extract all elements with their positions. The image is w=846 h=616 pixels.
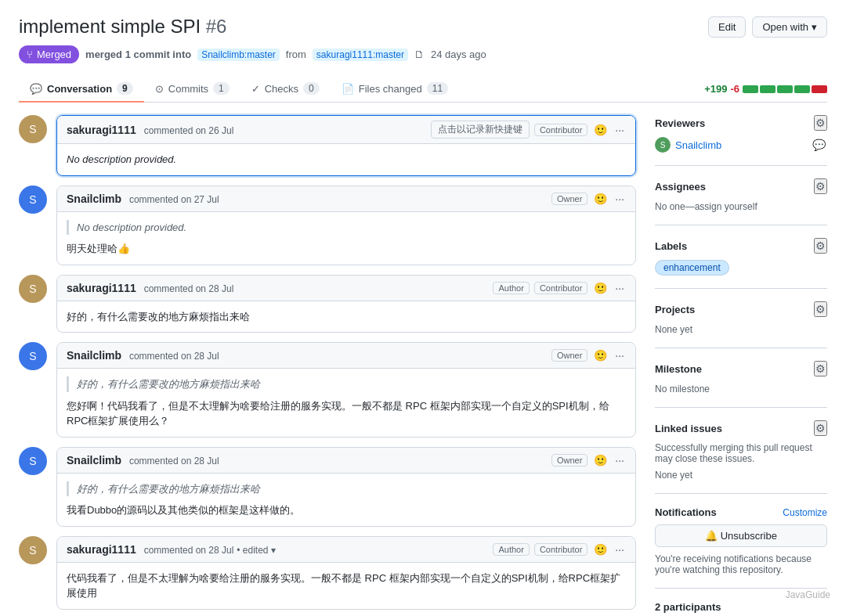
more-btn-5[interactable]: ···: [613, 452, 626, 468]
merge-description: merged 1 commit into: [85, 49, 191, 60]
comment-2-header: Snailclimb commented on 27 Jul Owner 🙂 ·…: [57, 186, 635, 212]
tab-checks[interactable]: ✓ Checks 0: [240, 76, 331, 103]
base-branch-link[interactable]: Snailclimb:master: [197, 49, 280, 61]
diff-blocks: [743, 85, 827, 93]
unsubscribe-btn[interactable]: 🔔 Unsubscribe: [655, 524, 827, 547]
zh-shortcut-btn[interactable]: 点击以记录新快捷键: [431, 121, 530, 139]
reviewers-header: Reviewers ⚙: [655, 115, 827, 131]
merged-label: Merged: [37, 49, 71, 60]
comment-1-header: sakuragi1111 commented on 26 Jul 点击以记录新快…: [57, 116, 635, 144]
diff-stat: +199 -6: [704, 83, 827, 95]
main-content: S sakuragi1111 commented on 26 Jul 点击以记录…: [19, 115, 827, 616]
tab-files-changed[interactable]: 📄 Files changed 11: [331, 76, 459, 103]
comment-4-body: 好的，有什么需要改的地方麻烦指出来哈 您好啊！代码我看了，但是不太理解为啥要给注…: [57, 369, 635, 437]
comment-5-header: Snailclimb commented on 28 Jul Owner 🙂 ·…: [57, 448, 635, 474]
more-btn-2[interactable]: ···: [613, 191, 626, 207]
comment-2-body: No description provided. 明天处理哈👍: [57, 212, 635, 265]
watermark: JavaGuide: [786, 589, 830, 600]
owner-badge-4: Owner: [551, 349, 588, 362]
comment-5-meta: Snailclimb commented on 28 Jul: [67, 454, 219, 467]
sidebar-reviewers: Reviewers ⚙ S Snailclimb 💬: [655, 115, 827, 166]
comment-1-wrapper: S sakuragi1111 commented on 26 Jul 点击以记录…: [19, 115, 636, 176]
contributor-badge-6: Contributor: [534, 543, 588, 556]
comment-1-date: commented on 26 Jul: [144, 125, 234, 136]
comment-5-badges: Owner 🙂 ···: [551, 452, 626, 468]
sidebar-labels: Labels ⚙ enhancement: [655, 238, 827, 289]
labels-gear-btn[interactable]: ⚙: [814, 238, 827, 254]
assignees-title: Assignees: [655, 181, 706, 193]
notification-reason-text: You're receiving notifications because y…: [655, 553, 827, 575]
comment-3-avatar: S: [19, 275, 47, 303]
notifications-title: Notifications: [655, 506, 717, 518]
tab-conversation[interactable]: 💬 Conversation 9: [19, 76, 144, 103]
sidebar-participants: 2 participants S S: [655, 601, 827, 616]
comment-5-box: Snailclimb commented on 28 Jul Owner 🙂 ·…: [56, 447, 636, 527]
reviewers-gear-btn[interactable]: ⚙: [814, 115, 827, 131]
comment-6-wrapper: S sakuragi1111 commented on 28 Jul • edi…: [19, 536, 636, 610]
comment-3-author: sakuragi1111: [67, 282, 136, 294]
tab-commits[interactable]: ⊙ Commits 1: [144, 76, 240, 103]
milestone-gear-btn[interactable]: ⚙: [814, 361, 827, 376]
reviewers-title: Reviewers: [655, 117, 705, 129]
comment-5-author: Snailclimb: [67, 454, 121, 467]
comment-2-box: Snailclimb commented on 27 Jul Owner 🙂 ·…: [56, 186, 636, 265]
projects-header: Projects ⚙: [655, 301, 827, 317]
head-branch-link[interactable]: sakuragi1111:master: [313, 49, 408, 61]
owner-badge-5: Owner: [551, 454, 588, 467]
emoji-btn-6[interactable]: 🙂: [592, 542, 609, 557]
merge-icon: ⑂: [27, 49, 33, 60]
comment-2-text: 明天处理哈👍: [67, 241, 626, 257]
comment-6-badges: Author Contributor 🙂 ···: [493, 542, 626, 557]
emoji-btn-4[interactable]: 🙂: [592, 348, 609, 363]
comment-1-box: sakuragi1111 commented on 26 Jul 点击以记录新快…: [56, 115, 636, 176]
chevron-down-icon: ▾: [812, 21, 817, 33]
contributor-badge-3: Contributor: [534, 282, 588, 294]
emoji-reaction-btn[interactable]: 🙂: [592, 122, 609, 138]
copy-icon[interactable]: 🗋: [414, 49, 425, 60]
emoji-btn-5[interactable]: 🙂: [592, 452, 609, 468]
reviewer-item: S Snailclimb 💬: [655, 137, 827, 153]
comment-3-body: 好的，有什么需要改的地方麻烦指出来哈: [57, 301, 635, 333]
comment-2-author: Snailclimb: [67, 193, 121, 205]
linked-issues-header: Linked issues ⚙: [655, 420, 827, 436]
projects-gear-btn[interactable]: ⚙: [814, 301, 827, 317]
comment-6-author: sakuragi1111: [67, 543, 136, 556]
labels-title: Labels: [655, 240, 687, 252]
sidebar-linked-issues: Linked issues ⚙ Successfully merging thi…: [655, 420, 827, 494]
customize-notifications-btn[interactable]: Customize: [783, 507, 827, 518]
files-icon: 📄: [342, 83, 354, 95]
comment-more-btn[interactable]: ···: [613, 122, 626, 138]
comment-6-meta: sakuragi1111 commented on 28 Jul • edite…: [67, 543, 276, 556]
emoji-btn-3[interactable]: 🙂: [592, 280, 609, 296]
sidebar-assignees: Assignees ⚙ No one—assign yourself: [655, 178, 827, 225]
milestone-title: Milestone: [655, 363, 702, 375]
author-badge-6: Author: [493, 543, 529, 556]
linked-issues-title: Linked issues: [655, 423, 722, 434]
conversation-icon: 💬: [30, 83, 42, 95]
checks-icon: ✓: [251, 83, 260, 95]
assignees-gear-btn[interactable]: ⚙: [814, 178, 827, 194]
comment-5-body: 好的，有什么需要改的地方麻烦指出来哈 我看Dubbo的源码以及其他类似的框架是这…: [57, 474, 635, 526]
more-btn-4[interactable]: ···: [613, 348, 626, 363]
emoji-btn-2[interactable]: 🙂: [592, 191, 609, 207]
comment-4-badges: Owner 🙂 ···: [551, 348, 626, 363]
assignees-value: No one—assign yourself: [655, 201, 757, 212]
labels-header: Labels ⚙: [655, 238, 827, 254]
more-btn-3[interactable]: ···: [613, 280, 626, 296]
pr-title: implement simple SPI #6: [19, 16, 226, 38]
comment-5-wrapper: S Snailclimb commented on 28 Jul Owner 🙂…: [19, 447, 636, 527]
assignees-header: Assignees ⚙: [655, 178, 827, 194]
linked-issues-description: Successfully merging this pull request m…: [655, 442, 827, 464]
edit-button[interactable]: Edit: [708, 16, 746, 38]
pr-number: #6: [206, 16, 227, 37]
more-btn-6[interactable]: ···: [613, 542, 626, 557]
open-with-button[interactable]: Open with ▾: [752, 16, 827, 38]
reviewer-comment-btn[interactable]: 💬: [811, 137, 827, 153]
comment-2-date: commented on 27 Jul: [129, 194, 219, 205]
comment-6-box: sakuragi1111 commented on 28 Jul • edite…: [56, 536, 636, 610]
comment-4-wrapper: S Snailclimb commented on 28 Jul Owner 🙂…: [19, 342, 636, 438]
diff-block-3: [777, 85, 793, 93]
linked-issues-value: None yet: [655, 470, 692, 481]
linked-issues-gear-btn[interactable]: ⚙: [814, 420, 827, 436]
diff-block-2: [760, 85, 776, 93]
